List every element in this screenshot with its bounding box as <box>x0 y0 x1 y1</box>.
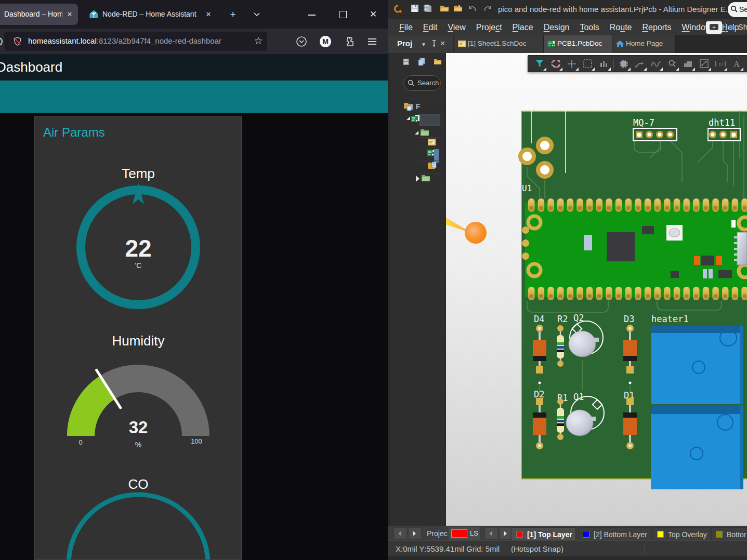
menu-place[interactable]: Place <box>507 23 539 32</box>
panel-folder-icon[interactable] <box>434 58 442 65</box>
crosshair-tool-icon[interactable] <box>563 56 580 72</box>
url-bar[interactable]: homeassistant.local:8123/a2b947f4_node-r… <box>4 32 267 51</box>
schematic-file-icon[interactable] <box>427 138 436 146</box>
document-tab-bar: Proj ▼ ✕ [1] Sheet1.SchDoc PCB1.PcbDoc H… <box>388 35 747 53</box>
menu-file[interactable]: File <box>394 23 418 32</box>
tab-close-icon[interactable]: ✕ <box>204 10 213 19</box>
firefox-window: Dashboard – Hom ✕ Node-RED – Home Assist… <box>0 0 388 560</box>
sot23-transistor <box>671 271 679 278</box>
layer-tab-bottom[interactable]: [2] Bottom Layer <box>578 527 650 541</box>
pads-tool-icon[interactable] <box>596 56 612 72</box>
nav-right-button[interactable] <box>408 527 422 540</box>
menu-design[interactable]: Design <box>539 23 575 32</box>
tab-dashboard[interactable]: Dashboard – Hom ✕ <box>0 4 78 25</box>
pico-pins-top <box>528 198 747 212</box>
via-tool-icon[interactable] <box>664 56 680 72</box>
menu-tools[interactable]: Tools <box>574 23 604 32</box>
shield-permissions-icon[interactable] <box>12 36 22 46</box>
layer-set-button[interactable]: LS <box>449 527 480 540</box>
j1-label: J1 <box>524 101 533 111</box>
save-all-icon[interactable] <box>423 4 432 12</box>
open-icon[interactable] <box>440 4 450 12</box>
generated-folder-icon[interactable] <box>427 162 437 170</box>
interactive-route-icon[interactable] <box>648 56 664 72</box>
tree-expand-icon[interactable] <box>415 131 418 135</box>
select-area-tool-icon[interactable] <box>580 56 596 72</box>
window-minimize-button[interactable] <box>307 9 318 20</box>
panel-save-icon[interactable] <box>402 58 410 65</box>
nav-left-button[interactable] <box>394 527 407 540</box>
layer-color-red <box>516 531 523 538</box>
url-text[interactable]: homeassistant.local:8123/a2b947f4_node-r… <box>28 36 252 45</box>
altium-menu-bar: FileEditViewProjectPlaceDesignToolsRoute… <box>388 19 747 35</box>
panel-compare-icon[interactable] <box>418 58 426 66</box>
pcb-project-icon <box>411 114 420 124</box>
nav-left-button[interactable] <box>484 527 498 540</box>
menu-hamburger-icon[interactable] <box>366 35 378 48</box>
redo-icon[interactable] <box>483 4 492 12</box>
window-close-button[interactable]: ✕ <box>368 9 378 20</box>
browser-toolbar: homeassistant.local:8123/a2b947f4_node-r… <box>0 29 388 54</box>
menu-view[interactable]: View <box>442 23 470 32</box>
mq7-label: MQ-7 <box>633 117 654 128</box>
tree-expand-icon[interactable] <box>407 116 410 120</box>
bookmark-star-icon[interactable]: ☆ <box>253 35 264 47</box>
tab-close-icon[interactable]: ✕ <box>65 10 74 19</box>
altium-title-bar: pico and node-red with home assistant.Pr… <box>388 0 747 19</box>
capacitor <box>716 256 722 265</box>
browser-tab-bar: Dashboard – Hom ✕ Node-RED – Home Assist… <box>0 0 388 29</box>
menu-edit[interactable]: Edit <box>418 23 443 32</box>
pcb-3d-view[interactable]: J1 U1 MQ-7 <box>446 53 747 526</box>
altium-window: pico and node-red with home assistant.Pr… <box>388 0 747 560</box>
layer-tab-top-overlay[interactable]: Top Overlay <box>652 527 711 541</box>
snap-tool-icon[interactable] <box>547 56 563 72</box>
layer-tab-top[interactable]: [1] Top Layer <box>512 527 576 541</box>
menu-project[interactable]: Project <box>471 23 507 32</box>
search-icon <box>730 5 738 13</box>
dimension-tool-icon[interactable]: 10 <box>712 56 728 72</box>
nav-right-button[interactable] <box>499 527 513 540</box>
doc-tab-home[interactable]: Home Page <box>612 35 676 53</box>
projects-bottom-tab[interactable]: Projec <box>427 529 448 538</box>
share-button[interactable]: ➤ Sh <box>729 22 747 32</box>
panel-pin-icon[interactable] <box>431 40 437 47</box>
altium-logo-icon <box>393 4 403 15</box>
net-tool-icon[interactable] <box>696 56 712 72</box>
heater1-label: heater1 <box>651 314 689 324</box>
save-icon[interactable] <box>411 4 419 12</box>
extensions-puzzle-icon[interactable] <box>343 35 356 48</box>
tab-node-red[interactable]: Node-RED – Home Assistant ✕ <box>86 4 216 25</box>
component-tool-icon[interactable] <box>615 56 632 72</box>
doc-tab-pcb[interactable]: PCB1.PcbDoc <box>544 35 612 53</box>
panel-dropdown-icon[interactable]: ▼ <box>421 42 426 47</box>
route-tool-icon[interactable] <box>632 56 648 72</box>
tree-item-label[interactable]: F <box>416 102 421 111</box>
layer-color-blue <box>583 531 589 538</box>
tree-collapsed-icon[interactable] <box>416 176 420 182</box>
folder-icon <box>421 174 430 182</box>
extension-m-icon[interactable]: M <box>319 35 332 48</box>
doc-tab-schematic[interactable]: [1] Sheet1.SchDoc <box>454 35 544 53</box>
pocket-icon[interactable] <box>295 35 308 48</box>
new-tab-button[interactable]: + <box>227 9 239 20</box>
gauge-humidity-fill <box>81 388 108 436</box>
tab-list-chevron-icon[interactable] <box>253 11 260 18</box>
polygon-tool-icon[interactable] <box>680 56 696 72</box>
undo-icon[interactable] <box>468 4 477 12</box>
global-search-button[interactable]: Se <box>728 2 747 17</box>
text-tool-icon[interactable]: A <box>728 56 744 72</box>
reload-icon[interactable] <box>0 37 3 46</box>
open-project-icon[interactable] <box>453 4 463 12</box>
filter-tool-icon[interactable] <box>531 56 547 72</box>
comment-button[interactable]: + <box>706 21 722 34</box>
dht11-label: dht11 <box>709 117 735 128</box>
divider <box>725 22 726 33</box>
heater2-relay <box>651 405 743 489</box>
panel-close-icon[interactable]: ✕ <box>440 39 445 47</box>
menu-route[interactable]: Route <box>605 23 637 32</box>
projects-search-input[interactable]: Search <box>403 75 441 91</box>
window-maximize-button[interactable] <box>338 9 348 20</box>
layer-tab-bottom-overlay[interactable]: Bottom Overlay <box>711 527 747 541</box>
menu-reports[interactable]: Reports <box>637 23 677 32</box>
tree-selected-item[interactable] <box>419 114 440 126</box>
